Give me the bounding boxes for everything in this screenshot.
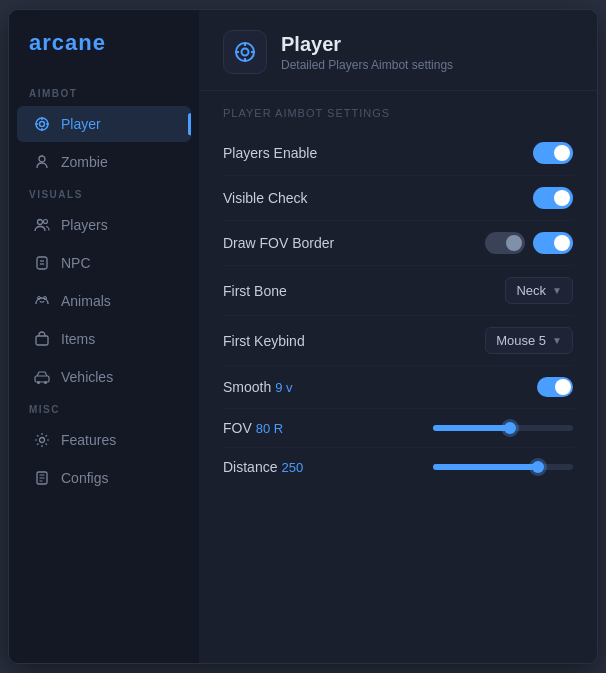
sidebar-item-configs-label: Configs xyxy=(61,470,108,486)
sidebar-item-features[interactable]: Features xyxy=(17,422,191,458)
sidebar-item-npc[interactable]: NPC xyxy=(17,245,191,281)
items-icon xyxy=(33,330,51,348)
settings-section-label: Player Aimbot Settings xyxy=(223,107,573,119)
sidebar-item-vehicles[interactable]: Vehicles xyxy=(17,359,191,395)
features-icon xyxy=(33,431,51,449)
setting-row-players-enable: Players Enable xyxy=(223,131,573,176)
first-bone-dropdown[interactable]: Neck ▼ xyxy=(505,277,573,304)
players-enable-label: Players Enable xyxy=(223,145,317,161)
visible-check-toggle-knob xyxy=(554,190,570,206)
svg-point-17 xyxy=(44,381,47,384)
svg-point-7 xyxy=(38,220,43,225)
sidebar-item-features-label: Features xyxy=(61,432,116,448)
first-keybind-dropdown[interactable]: Mouse 5 ▼ xyxy=(485,327,573,354)
svg-point-16 xyxy=(37,381,40,384)
players-enable-toggle[interactable] xyxy=(533,142,573,164)
distance-slider-thumb xyxy=(532,461,544,473)
vehicles-icon xyxy=(33,368,51,386)
chevron-down-icon: ▼ xyxy=(552,285,562,296)
sidebar-item-animals[interactable]: Animals xyxy=(17,283,191,319)
sidebar-item-items-label: Items xyxy=(61,331,95,347)
visible-check-label: Visible Check xyxy=(223,190,308,206)
zombie-icon xyxy=(33,153,51,171)
sidebar-item-players-label: Players xyxy=(61,217,108,233)
logo-text: arcane xyxy=(29,30,106,56)
sidebar: arcane AIMBOT Player xyxy=(9,10,199,663)
logo: arcane xyxy=(9,30,199,80)
sidebar-item-animals-label: Animals xyxy=(61,293,111,309)
smooth-toggle[interactable] xyxy=(537,377,573,397)
svg-point-24 xyxy=(242,49,249,56)
sidebar-item-players[interactable]: Players xyxy=(17,207,191,243)
sidebar-item-npc-label: NPC xyxy=(61,255,91,271)
sidebar-item-configs[interactable]: Configs xyxy=(17,460,191,496)
page-title: Player xyxy=(281,32,453,56)
players-enable-toggle-knob xyxy=(554,145,570,161)
first-keybind-value: Mouse 5 xyxy=(496,333,546,348)
sidebar-item-player-label: Player xyxy=(61,116,101,132)
svg-point-18 xyxy=(40,438,45,443)
page-header-icon xyxy=(223,30,267,74)
draw-fov-toggle-enable-knob xyxy=(554,235,570,251)
setting-row-draw-fov: Draw FOV Border xyxy=(223,221,573,266)
visible-check-controls xyxy=(533,187,573,209)
sidebar-item-zombie[interactable]: Zombie xyxy=(17,144,191,180)
app-window: arcane AIMBOT Player xyxy=(8,9,598,664)
section-aimbot: AIMBOT xyxy=(9,80,199,105)
fov-slider-fill xyxy=(433,425,510,431)
smooth-controls xyxy=(537,377,573,397)
sidebar-item-items[interactable]: Items xyxy=(17,321,191,357)
chevron-down-icon-2: ▼ xyxy=(552,335,562,346)
draw-fov-controls xyxy=(485,232,573,254)
draw-fov-toggle-enable[interactable] xyxy=(533,232,573,254)
players-icon xyxy=(33,216,51,234)
setting-row-fov: FOV80 R xyxy=(223,409,573,448)
sidebar-item-zombie-label: Zombie xyxy=(61,154,108,170)
animals-icon xyxy=(33,292,51,310)
svg-rect-15 xyxy=(35,376,49,382)
players-enable-controls xyxy=(533,142,573,164)
first-bone-value: Neck xyxy=(516,283,546,298)
setting-row-first-bone: First Bone Neck ▼ xyxy=(223,266,573,316)
svg-point-1 xyxy=(40,122,45,127)
sidebar-item-vehicles-label: Vehicles xyxy=(61,369,113,385)
setting-row-smooth: Smooth9 v xyxy=(223,366,573,409)
page-header-text: Player Detailed Players Aimbot settings xyxy=(281,32,453,72)
svg-rect-14 xyxy=(36,336,48,345)
section-visuals: VISUALS xyxy=(9,181,199,206)
svg-rect-9 xyxy=(37,257,47,269)
target-icon xyxy=(33,115,51,133)
smooth-label: Smooth9 v xyxy=(223,379,293,395)
draw-fov-label: Draw FOV Border xyxy=(223,235,334,251)
fov-slider[interactable] xyxy=(433,425,573,431)
distance-label: Distance250 xyxy=(223,459,303,475)
fov-slider-thumb xyxy=(504,422,516,434)
first-bone-controls: Neck ▼ xyxy=(505,277,573,304)
fov-controls xyxy=(433,425,573,431)
setting-row-distance: Distance250 xyxy=(223,448,573,486)
page-subtitle: Detailed Players Aimbot settings xyxy=(281,58,453,72)
visible-check-toggle[interactable] xyxy=(533,187,573,209)
settings-body: Player Aimbot Settings Players Enable Vi… xyxy=(199,91,597,663)
section-misc: MISC xyxy=(9,396,199,421)
first-keybind-label: First Keybind xyxy=(223,333,305,349)
setting-row-first-keybind: First Keybind Mouse 5 ▼ xyxy=(223,316,573,366)
fov-label: FOV80 R xyxy=(223,420,283,436)
setting-row-visible-check: Visible Check xyxy=(223,176,573,221)
distance-slider-fill xyxy=(433,464,538,470)
smooth-toggle-knob xyxy=(555,379,571,395)
distance-controls xyxy=(433,464,573,470)
distance-slider[interactable] xyxy=(433,464,573,470)
draw-fov-toggle-color-knob xyxy=(506,235,522,251)
svg-point-8 xyxy=(44,220,48,224)
configs-icon xyxy=(33,469,51,487)
draw-fov-toggle-color[interactable] xyxy=(485,232,525,254)
page-header: Player Detailed Players Aimbot settings xyxy=(199,10,597,91)
first-bone-label: First Bone xyxy=(223,283,287,299)
sidebar-item-player[interactable]: Player xyxy=(17,106,191,142)
main-content: Player Detailed Players Aimbot settings … xyxy=(199,10,597,663)
svg-point-6 xyxy=(39,156,45,162)
npc-icon xyxy=(33,254,51,272)
first-keybind-controls: Mouse 5 ▼ xyxy=(485,327,573,354)
